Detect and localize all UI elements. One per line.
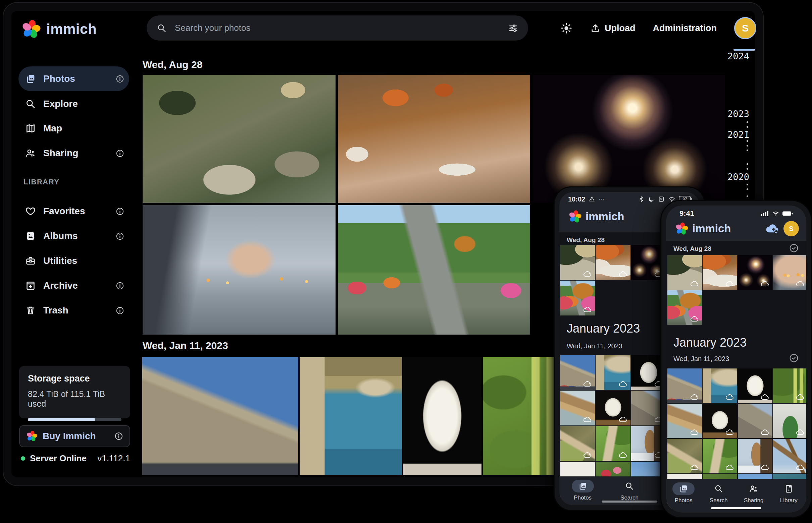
info-icon[interactable] <box>116 306 124 315</box>
photo-lizard[interactable] <box>560 426 595 461</box>
storage-progress-fill <box>28 418 95 421</box>
phone2-status-bar: 9:41 <box>666 209 806 218</box>
app-logo[interactable]: immich <box>21 19 97 39</box>
nav-tab-label: Library <box>780 497 798 504</box>
photo-coastal-fort[interactable] <box>300 357 402 475</box>
photo-dinner-table[interactable] <box>703 255 737 290</box>
upload-icon <box>590 23 601 34</box>
nav-tab-photos[interactable]: Photos <box>572 480 594 501</box>
photo-marble-bust[interactable] <box>403 357 482 475</box>
timeline-year[interactable]: 2023 <box>727 109 749 119</box>
photo-monkeys[interactable] <box>668 255 702 290</box>
photo-lizard-moss[interactable] <box>703 439 737 473</box>
photo-winter-church[interactable] <box>738 439 773 473</box>
home-indicator[interactable] <box>711 507 761 509</box>
user-avatar[interactable]: S <box>783 221 799 236</box>
photo-glass-tree[interactable] <box>773 404 806 438</box>
phone2-date-header: Wed, Aug 28 <box>673 245 711 252</box>
search-filter-icon[interactable] <box>508 23 518 33</box>
photo-lizard[interactable] <box>668 439 702 473</box>
home-indicator[interactable] <box>602 501 657 503</box>
user-avatar[interactable]: S <box>734 17 756 39</box>
cloud-backup-icon <box>619 271 628 277</box>
photo-ruined-wall[interactable] <box>738 404 773 438</box>
photo-marble-sculpture[interactable] <box>703 404 737 438</box>
photo-castle-wall[interactable] <box>142 357 298 475</box>
photo-marble-sculpture[interactable] <box>595 391 630 426</box>
photos-icon <box>672 483 694 495</box>
upload-button[interactable]: Upload <box>590 23 636 34</box>
immich-logo-icon <box>675 222 689 236</box>
photo-green-berries[interactable] <box>483 357 565 475</box>
cloud-sync-icon[interactable] <box>765 223 780 235</box>
photo-castle-wall[interactable] <box>560 355 595 390</box>
photo-dinner-table[interactable] <box>338 75 530 203</box>
photo-beach-cliff[interactable] <box>668 404 702 438</box>
photo-fireworks[interactable] <box>533 75 725 203</box>
info-icon[interactable] <box>116 281 124 290</box>
nav-tab-search[interactable]: Search <box>618 480 641 501</box>
cloud-backup-icon <box>619 416 628 423</box>
search-icon <box>157 23 167 33</box>
info-icon[interactable] <box>116 232 124 241</box>
sidebar-item-archive[interactable]: Archive <box>18 273 129 298</box>
battery-icon <box>782 211 793 216</box>
sidebar-item-albums[interactable]: Albums <box>18 223 129 249</box>
sidebar-item-label: Albums <box>43 231 78 241</box>
timeline-year[interactable]: 2024 <box>727 51 749 61</box>
info-icon[interactable] <box>116 74 124 84</box>
sidebar-item-map[interactable]: Map <box>18 116 129 141</box>
photo-monkeys[interactable] <box>143 75 335 203</box>
timeline-tick <box>746 168 748 170</box>
cloud-backup-icon <box>796 394 805 400</box>
photo-dinner-table[interactable] <box>595 245 630 280</box>
nav-tab-library[interactable]: Library <box>778 483 800 504</box>
photo-lizard-moss[interactable] <box>595 426 630 461</box>
nav-tab-sharing[interactable]: Sharing <box>743 483 765 504</box>
sidebar-item-trash[interactable]: Trash <box>18 298 129 323</box>
search-input[interactable] <box>175 23 500 33</box>
buy-immich-button[interactable]: Buy Immich <box>19 425 130 447</box>
info-icon[interactable] <box>114 431 123 441</box>
photos-icon <box>25 73 36 84</box>
timeline-year[interactable]: 2021 <box>727 129 749 140</box>
sidebar: Photos Explore Map Sharing LIBRARY Favor… <box>0 54 140 510</box>
select-all-check-icon[interactable] <box>789 243 799 253</box>
archive-icon <box>25 280 36 291</box>
timeline-year[interactable]: 2020 <box>727 172 749 182</box>
photo-wooden-structure[interactable] <box>773 439 806 473</box>
photo-holding-hands[interactable] <box>773 255 806 290</box>
photo-autumn-path[interactable] <box>338 205 530 335</box>
info-icon[interactable] <box>116 207 124 216</box>
photo-fireworks[interactable] <box>738 255 773 290</box>
photo-monkeys[interactable] <box>560 245 595 280</box>
photo-autumn-path[interactable] <box>668 290 702 325</box>
theme-toggle-icon[interactable] <box>560 22 572 34</box>
administration-link[interactable]: Administration <box>653 23 717 34</box>
sidebar-item-explore[interactable]: Explore <box>18 92 129 116</box>
photo-coastal-fort[interactable] <box>595 355 630 390</box>
info-icon[interactable] <box>116 149 124 158</box>
storage-title: Storage space <box>28 374 121 384</box>
nav-tab-search[interactable]: Search <box>708 483 730 504</box>
timeline-position-marker[interactable] <box>733 49 755 51</box>
phone2-app-logo: immich <box>675 222 731 236</box>
photo-marble-bust[interactable] <box>738 368 773 403</box>
photo-coastal-fort[interactable] <box>703 368 737 403</box>
cloud-backup-icon <box>583 306 592 313</box>
sidebar-item-sharing[interactable]: Sharing <box>18 141 129 166</box>
sharing-icon <box>25 148 36 159</box>
sidebar-item-favorites[interactable]: Favorites <box>18 199 129 223</box>
sidebar-item-utilities[interactable]: Utilities <box>18 249 129 273</box>
cloud-backup-icon <box>725 464 735 471</box>
photo-autumn-path[interactable] <box>560 281 595 315</box>
select-all-check-icon[interactable] <box>789 353 799 363</box>
photo-beach-cliff[interactable] <box>560 391 595 426</box>
nav-tab-photos[interactable]: Photos <box>672 483 694 504</box>
photo-green-berries[interactable] <box>773 368 806 403</box>
search-bar[interactable] <box>146 15 528 40</box>
photo-castle-wall[interactable] <box>668 368 702 403</box>
sidebar-item-photos[interactable]: Photos <box>18 66 129 91</box>
cloud-backup-icon <box>690 464 699 471</box>
photo-holding-hands[interactable] <box>143 205 335 335</box>
